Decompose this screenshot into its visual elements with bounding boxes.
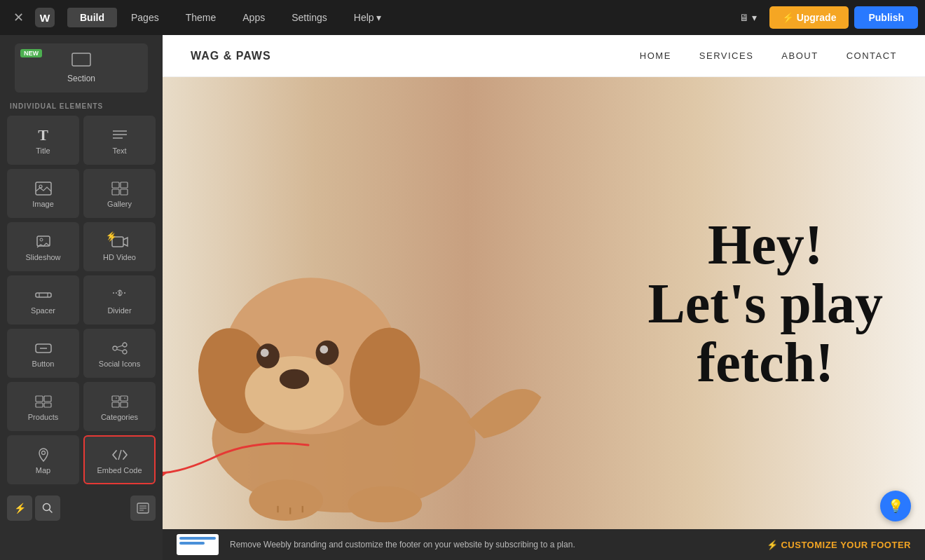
spacer-icon — [34, 287, 53, 303]
top-bar: ✕ W Build Pages Theme Apps Settings Help… — [0, 0, 925, 35]
element-spacer[interactable]: Spacer — [7, 275, 79, 325]
close-button[interactable]: ✕ — [7, 6, 29, 29]
svg-rect-29 — [36, 403, 43, 407]
text-icon — [110, 128, 130, 143]
svg-point-51 — [256, 344, 280, 369]
fab-help-button[interactable]: 💡 — [880, 491, 911, 521]
tab-apps[interactable]: Apps — [230, 8, 278, 27]
svg-rect-11 — [121, 189, 128, 195]
element-gallery-label: Gallery — [107, 200, 132, 208]
element-button[interactable]: Button — [7, 329, 79, 378]
nav-link-contact[interactable]: CONTACT — [847, 50, 897, 61]
title-icon: T — [34, 128, 53, 143]
footer-bar: Remove Weebly branding and customize the… — [163, 529, 925, 560]
svg-rect-9 — [121, 182, 128, 188]
slideshow-icon — [34, 234, 53, 250]
svg-point-53 — [261, 349, 269, 357]
nav-tabs: Build Pages Theme Apps Settings Help ▾ — [67, 8, 729, 27]
footer-preview-thumbnail — [177, 534, 219, 555]
svg-point-22 — [123, 343, 127, 347]
nav-link-about[interactable]: ABOUT — [781, 50, 818, 61]
tab-settings[interactable]: Settings — [279, 8, 340, 27]
element-text[interactable]: Text — [83, 116, 156, 165]
element-image-label: Image — [32, 200, 54, 208]
svg-rect-34 — [121, 402, 128, 407]
hero-title-line1: Hey! — [648, 215, 883, 274]
element-categories-label: Categories — [101, 413, 138, 421]
svg-point-13 — [40, 238, 43, 241]
svg-point-50 — [280, 369, 309, 389]
sidebar-lightning-button[interactable]: ⚡ — [7, 496, 32, 521]
section-add-button[interactable]: NEW Section — [15, 43, 148, 93]
sidebar-quote-button[interactable] — [130, 496, 156, 521]
svg-rect-27 — [36, 396, 43, 402]
element-title[interactable]: T Title — [7, 116, 79, 165]
svg-point-23 — [113, 346, 117, 350]
lightbulb-icon: 💡 — [888, 498, 903, 514]
weebly-logo: W — [32, 5, 57, 30]
new-badge: NEW — [20, 49, 42, 57]
map-icon — [34, 447, 53, 463]
element-hd-video[interactable]: ⚡ HD Video — [83, 222, 156, 271]
svg-rect-2 — [72, 53, 90, 66]
element-map[interactable]: Map — [7, 435, 79, 484]
tab-theme[interactable]: Theme — [173, 8, 229, 27]
svg-point-7 — [39, 185, 42, 188]
website-nav-links: HOME SERVICES ABOUT CONTACT — [640, 50, 897, 61]
sidebar-search-button[interactable] — [35, 496, 60, 521]
svg-line-26 — [117, 349, 123, 351]
svg-rect-8 — [112, 182, 119, 188]
elements-heading: INDIVIDUAL ELEMENTS — [0, 98, 163, 113]
button-icon — [34, 341, 53, 356]
sidebar-bottom: ⚡ — [0, 490, 163, 526]
element-slideshow-label: Slideshow — [25, 253, 60, 261]
divider-icon — [110, 287, 130, 303]
svg-line-25 — [117, 346, 123, 348]
nav-link-services[interactable]: SERVICES — [699, 50, 754, 61]
tab-pages[interactable]: Pages — [118, 8, 172, 27]
svg-text:W: W — [40, 12, 50, 24]
svg-point-54 — [320, 346, 328, 354]
element-slideshow[interactable]: Slideshow — [7, 222, 79, 271]
element-embed-code[interactable]: Embed Code — [83, 435, 156, 484]
publish-button[interactable]: Publish — [854, 6, 918, 29]
nav-link-home[interactable]: HOME — [640, 50, 671, 61]
hd-video-icon: ⚡ — [110, 234, 130, 250]
svg-point-52 — [316, 341, 339, 365]
categories-icon — [110, 394, 130, 409]
hero-title-line2: Let's play — [648, 274, 883, 333]
svg-point-55 — [249, 479, 323, 521]
customize-footer-button[interactable]: ⚡ CUSTOMIZE YOUR FOOTER — [767, 540, 911, 550]
website-nav: WAG & PAWS HOME SERVICES ABOUT CONTACT — [163, 35, 925, 77]
social-icons-icon — [110, 341, 130, 356]
element-spacer-label: Spacer — [31, 306, 55, 315]
upgrade-button[interactable]: ⚡ Upgrade — [769, 6, 849, 29]
products-icon — [34, 394, 53, 409]
element-products[interactable]: Products — [7, 382, 79, 431]
element-gallery[interactable]: Gallery — [83, 169, 156, 218]
element-divider-label: Divider — [107, 306, 131, 315]
element-products-label: Products — [28, 413, 58, 421]
element-categories[interactable]: Categories — [83, 382, 156, 431]
embed-code-icon — [110, 447, 130, 463]
footer-promo-text: Remove Weebly branding and customize the… — [230, 540, 755, 549]
hero-section: Hey! Let's play fetch! — [163, 77, 925, 529]
hero-title-line3: fetch! — [648, 333, 883, 392]
device-selector[interactable]: 🖥 ▾ — [732, 8, 764, 27]
puppy-illustration — [163, 100, 575, 529]
element-title-label: Title — [36, 146, 50, 155]
section-icon — [71, 53, 91, 70]
tab-help[interactable]: Help ▾ — [341, 8, 395, 27]
element-divider[interactable]: Divider — [83, 275, 156, 325]
elements-grid: T Title Text — [0, 113, 163, 490]
svg-rect-28 — [44, 396, 51, 402]
tab-build[interactable]: Build — [67, 8, 117, 27]
element-social-icons[interactable]: Social Icons — [83, 329, 156, 378]
svg-line-40 — [50, 510, 53, 513]
svg-point-56 — [348, 486, 422, 523]
element-image[interactable]: Image — [7, 169, 79, 218]
element-button-label: Button — [32, 360, 55, 368]
svg-point-24 — [123, 350, 127, 354]
svg-rect-30 — [44, 403, 51, 407]
element-map-label: Map — [36, 466, 50, 474]
